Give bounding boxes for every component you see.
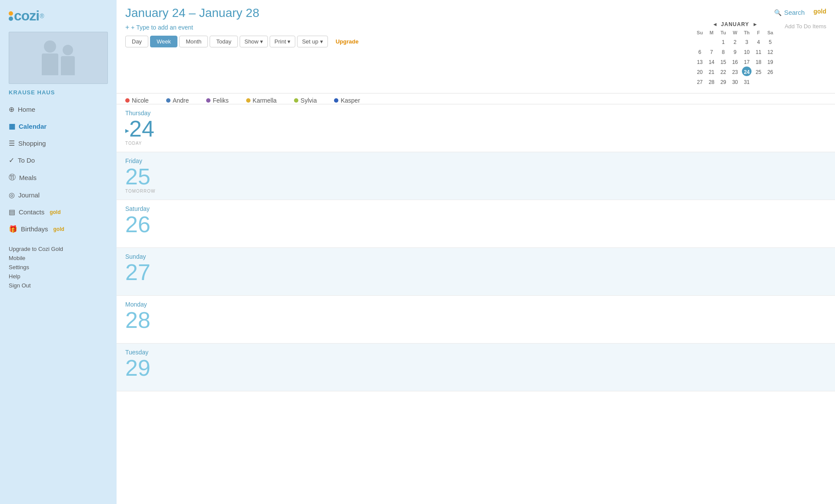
sidebar-item-label: Shopping [18, 140, 46, 147]
day-name: Sunday [125, 253, 169, 260]
setup-dropdown[interactable]: Set up ▾ [297, 36, 327, 47]
settings-link[interactable]: Settings [9, 263, 108, 272]
today-button[interactable]: Today [210, 36, 238, 47]
day-row-inner: Sunday27 [125, 253, 826, 284]
search-label[interactable]: Search [784, 9, 805, 16]
mini-cal-day[interactable]: 21 [707, 67, 716, 76]
sidebar-item-journal[interactable]: ◎ Journal [0, 187, 117, 204]
mini-cal-day[interactable]: 9 [730, 47, 740, 56]
help-link[interactable]: Help [9, 272, 108, 281]
mini-cal-day[interactable]: 3 [742, 37, 752, 46]
person-tag-andre[interactable]: Andre [166, 97, 189, 104]
sidebar-item-label: Home [18, 106, 35, 113]
mini-cal-day[interactable]: 16 [730, 57, 740, 66]
day-number: ▸24 [125, 117, 169, 140]
dot-blue [9, 17, 13, 21]
sidebar-item-birthdays[interactable]: 🎁 Birthdays gold [0, 220, 117, 237]
person-tag-karmella[interactable]: Karmella [246, 97, 277, 104]
plus-icon: + [125, 23, 129, 31]
mini-cal-day[interactable]: 26 [765, 67, 775, 76]
day-row-mon: Monday28 [117, 296, 835, 344]
day-number: 27 [125, 261, 169, 284]
mini-cal-day[interactable]: 14 [707, 57, 716, 66]
upgrade-link[interactable]: Upgrade to Cozi Gold [9, 244, 108, 254]
mini-cal-day[interactable]: 20 [695, 67, 705, 76]
add-event-row[interactable]: + + Type to add an event [125, 23, 364, 31]
person-dot [206, 98, 210, 103]
day-date-col: Friday25TOMORROW [125, 157, 169, 194]
mini-calendar[interactable]: ◄ JANUARY ► SuMTuWThFSa12345678910111213… [694, 20, 776, 88]
mini-cal-day[interactable]: 15 [718, 57, 728, 66]
day-name: Thursday [125, 110, 169, 117]
mini-cal-day-header: Su [694, 29, 705, 36]
mini-cal-day[interactable]: 6 [695, 47, 705, 56]
topbar-left: January 24 – January 28 + + Type to add … [125, 6, 364, 52]
mini-cal-day[interactable]: 23 [730, 67, 740, 76]
mini-cal-day[interactable]: 29 [718, 77, 728, 86]
mini-cal-day[interactable]: 12 [765, 47, 775, 56]
mini-cal-day[interactable]: 10 [742, 47, 752, 56]
mini-cal-day[interactable]: 7 [707, 47, 716, 56]
search-icon: 🔍 [774, 9, 782, 16]
day-date-col: Tuesday29 [125, 349, 169, 379]
show-dropdown[interactable]: Show ▾ [240, 36, 268, 47]
mini-cal-day[interactable]: 2 [730, 37, 740, 46]
family-name: KRAUSE HAUS [0, 87, 117, 101]
mini-cal-day[interactable]: 18 [754, 57, 763, 66]
mini-cal-day[interactable]: 4 [754, 37, 763, 46]
mini-cal-day [694, 37, 705, 46]
sidebar-item-todo[interactable]: ✓ To Do [0, 152, 117, 169]
mini-cal-day[interactable]: 1 [718, 37, 728, 46]
day-row-tue: Tuesday29 [117, 344, 835, 391]
sidebar-item-calendar[interactable]: ▦ Calendar [0, 118, 117, 135]
mini-cal-day[interactable]: 17 [742, 57, 752, 66]
mini-cal-day[interactable]: 19 [765, 57, 775, 66]
person-dot [246, 98, 250, 103]
mini-cal-day[interactable]: 11 [754, 47, 763, 56]
day-row-inner: Friday25TOMORROW [125, 157, 826, 194]
sidebar-item-home[interactable]: ⊕ Home [0, 101, 117, 118]
mini-cal-day[interactable]: 28 [707, 77, 716, 86]
signout-link[interactable]: Sign Out [9, 281, 108, 290]
mini-cal-day[interactable]: 8 [718, 47, 728, 56]
day-button[interactable]: Day [125, 36, 148, 47]
mini-cal-day[interactable]: 27 [695, 77, 705, 86]
person-silhouette [42, 40, 58, 75]
week-button[interactable]: Week [150, 36, 177, 47]
day-date-col: Thursday▸24TODAY [125, 110, 169, 146]
sidebar-item-shopping[interactable]: ☰ Shopping [0, 135, 117, 152]
person-name: Kasper [341, 97, 360, 104]
add-event-input[interactable]: + Type to add an event [131, 24, 193, 31]
month-button[interactable]: Month [179, 36, 208, 47]
logo-area: cozi ® [0, 0, 117, 28]
prev-month-arrow[interactable]: ◄ [712, 21, 718, 27]
sidebar-item-contacts[interactable]: ▤ Contacts gold [0, 204, 117, 220]
sidebar-item-label: Birthdays [21, 225, 48, 233]
day-row-inner: Tuesday29 [125, 349, 826, 379]
person-tag-sylvia[interactable]: Sylvia [294, 97, 317, 104]
person-tag-feliks[interactable]: Feliks [206, 97, 229, 104]
person-dot [166, 98, 170, 103]
search-area[interactable]: 🔍 Search [774, 6, 805, 16]
person-tag-kasper[interactable]: Kasper [334, 97, 360, 104]
person-tag-nicole[interactable]: Nicole [125, 97, 149, 104]
mini-cal-day[interactable]: 30 [730, 77, 740, 86]
print-dropdown[interactable]: Print ▾ [270, 36, 295, 47]
sidebar-item-meals[interactable]: ⑪ Meals [0, 169, 117, 187]
next-month-arrow[interactable]: ► [752, 21, 758, 27]
dot-orange [9, 11, 13, 16]
mobile-link[interactable]: Mobile [9, 254, 108, 263]
mini-cal-day[interactable]: 25 [754, 67, 763, 76]
main-content: January 24 – January 28 + + Type to add … [117, 0, 835, 504]
mini-cal-day[interactable]: 22 [718, 67, 728, 76]
person-body [42, 53, 58, 75]
mini-cal-day[interactable]: 24 [742, 67, 752, 76]
family-photo [9, 32, 108, 84]
mini-cal-day[interactable]: 31 [742, 77, 752, 86]
day-row-inner: Monday28 [125, 301, 826, 331]
gold-label: gold [813, 8, 826, 15]
mini-cal-day[interactable]: 5 [765, 37, 775, 46]
mini-cal-day[interactable]: 13 [695, 57, 705, 66]
upgrade-button[interactable]: Upgrade [330, 36, 365, 47]
todo-add-area[interactable]: Add To Do Items [785, 20, 826, 30]
